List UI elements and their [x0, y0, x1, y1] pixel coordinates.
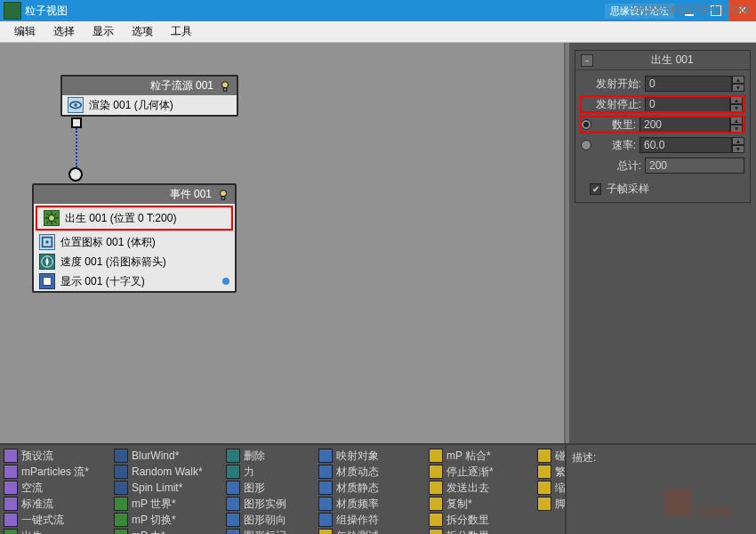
field-count: 数里: 200 ▴▾	[581, 117, 744, 133]
chev-up-icon[interactable]: ▴	[732, 76, 744, 84]
inspector: - 出生 001 发射开始: 0 ▴▾ 发射停止: 0 ▴▾	[569, 43, 756, 443]
field-emit-stop: 发射停止: 0 ▴▾	[581, 96, 744, 112]
op-display-label: 显示 001 (十字叉)	[60, 274, 145, 289]
op-mpswitch[interactable]: mP 切换*	[114, 513, 224, 528]
op-randomwalk[interactable]: Random Walk*	[114, 465, 224, 479]
op-birth[interactable]: 出生 001 (位置 0 T:200)	[38, 208, 230, 228]
panel-birth: - 出生 001 发射开始: 0 ▴▾ 发射停止: 0 ▴▾	[575, 50, 751, 203]
chev-down-icon[interactable]: ▾	[730, 125, 743, 133]
cube-icon	[664, 489, 691, 515]
op-split-amount2[interactable]: 拆分数里	[429, 529, 539, 535]
op-icon	[537, 497, 551, 511]
menu-edit[interactable]: 编辑	[5, 24, 44, 39]
checkbox-subframe[interactable]: ✔	[590, 183, 601, 195]
operator-palette[interactable]: 预设流 mParticles 流* 空流 标准流 一键式流 出生 BlurWin…	[0, 443, 565, 534]
node-event-header[interactable]: 事件 001	[34, 185, 235, 204]
menu-display[interactable]: 显示	[84, 24, 123, 39]
op-speed[interactable]: 速度 001 (沿图标箭头)	[34, 252, 235, 271]
op-mpworld[interactable]: mP 世界*	[114, 497, 224, 512]
lbl-rate: 速率:	[595, 138, 636, 153]
collapse-icon[interactable]: -	[581, 54, 593, 67]
op-mat-dynamic[interactable]: 材质动态	[318, 465, 429, 480]
chev-down-icon[interactable]: ▾	[732, 145, 744, 153]
op-mat-freq[interactable]: 材质频率	[318, 497, 429, 512]
op-preset-flow[interactable]: 预设流	[4, 449, 114, 464]
op-icon	[429, 449, 443, 463]
op-icon	[226, 465, 240, 479]
op-icon	[226, 449, 240, 463]
op-icon	[114, 465, 128, 479]
op-empty-flow[interactable]: 空流	[4, 481, 114, 496]
op-icon	[318, 513, 333, 527]
chev-up-icon[interactable]: ▴	[730, 96, 743, 104]
op-sendout[interactable]: 发送出去	[429, 481, 539, 496]
radio-rate[interactable]	[581, 140, 591, 150]
op-icon	[429, 529, 443, 534]
svg-line-12	[55, 222, 57, 223]
op-mpforce[interactable]: mP 力*	[114, 529, 224, 535]
op-mat-static[interactable]: 材质静态	[318, 481, 429, 496]
op-spinlimit[interactable]: Spin Limit*	[114, 481, 224, 495]
svg-point-4	[221, 190, 227, 196]
svg-line-11	[47, 214, 49, 215]
op-scale[interactable]: 缩	[537, 481, 565, 496]
op-script[interactable]: 脚	[537, 497, 565, 512]
chev-up-icon[interactable]: ▴	[732, 137, 744, 145]
op-mp-glue[interactable]: mP 粘合*	[429, 449, 539, 464]
svg-point-0	[222, 81, 229, 87]
node-pf-source[interactable]: 粒子流源 001 渲染 001 (几何体)	[60, 75, 238, 117]
menu-options[interactable]: 选项	[123, 24, 162, 39]
description-label: 描述:	[572, 451, 596, 464]
spinner-emit-stop[interactable]: 0 ▴▾	[645, 96, 743, 112]
op-mparticles-flow[interactable]: mParticles 流*	[4, 465, 114, 480]
display-dot-icon	[222, 278, 229, 285]
watermark-right: WWW.MISSYUAN.COM	[632, 4, 749, 16]
chev-down-icon[interactable]: ▾	[730, 104, 743, 112]
op-icon	[226, 497, 240, 511]
connector-line	[76, 128, 77, 167]
op-birth[interactable]: 出生	[4, 529, 114, 535]
op-stop-grad[interactable]: 停止逐渐*	[429, 465, 539, 480]
panel-body: 发射开始: 0 ▴▾ 发射停止: 0 ▴▾ 数里:	[575, 70, 750, 202]
val-rate[interactable]: 60.0	[639, 137, 732, 153]
radio-count[interactable]	[581, 119, 591, 130]
svg-rect-1	[223, 87, 227, 91]
op-render[interactable]: 渲染 001 (几何体)	[62, 95, 237, 115]
op-blurwind[interactable]: BlurWind*	[114, 449, 224, 463]
op-split-amount[interactable]: 拆分数里	[429, 513, 539, 528]
op-age-test[interactable]: 年龄测试	[318, 529, 429, 535]
op-collision[interactable]: 碰	[537, 449, 565, 464]
spinner-emit-start[interactable]: 0 ▴▾	[645, 76, 744, 92]
spinner-count[interactable]: 200 ▴▾	[639, 117, 743, 133]
lbl-emit-start: 发射开始:	[581, 77, 641, 92]
op-position[interactable]: 位置图标 001 (体积)	[34, 232, 235, 252]
op-oneclick-flow[interactable]: 一键式流	[4, 513, 114, 528]
menu-select[interactable]: 选择	[44, 24, 84, 39]
field-total: 总计: 200	[581, 158, 744, 174]
node-event[interactable]: 事件 001 出生 001 (位置 0 T:200) 位置图标 001 (体积)	[32, 183, 237, 293]
node-pf-source-header[interactable]: 粒子流源 001	[62, 77, 237, 95]
op-copy[interactable]: 复制*	[429, 497, 539, 512]
op-birth-highlight: 出生 001 (位置 0 T:200)	[36, 206, 233, 231]
op-group[interactable]: 组操作符	[318, 513, 429, 528]
menu-tools[interactable]: 工具	[162, 24, 201, 39]
field-subframe: ✔ 子帧采样	[581, 182, 744, 197]
val-count[interactable]: 200	[639, 117, 730, 133]
op-icon	[114, 513, 128, 527]
val-emit-start[interactable]: 0	[645, 76, 732, 92]
svg-rect-5	[221, 196, 225, 199]
op-spawn[interactable]: 繁	[537, 465, 565, 480]
op-mapping-object[interactable]: 映射对象	[318, 449, 429, 464]
bulb-icon[interactable]	[219, 80, 231, 93]
val-emit-stop[interactable]: 0	[645, 96, 730, 112]
chev-down-icon[interactable]: ▾	[732, 84, 744, 92]
port-out[interactable]	[71, 117, 82, 128]
panel-header[interactable]: - 出生 001	[575, 51, 750, 70]
bulb-icon[interactable]	[217, 189, 229, 201]
node-canvas[interactable]: 粒子流源 001 渲染 001 (几何体) 事件 001	[0, 43, 566, 443]
chev-up-icon[interactable]: ▴	[730, 117, 743, 125]
spinner-rate[interactable]: 60.0 ▴▾	[639, 137, 744, 153]
op-standard-flow[interactable]: 标准流	[4, 497, 114, 512]
op-display[interactable]: 显示 001 (十字叉)	[34, 271, 235, 291]
port-in[interactable]	[68, 167, 83, 182]
